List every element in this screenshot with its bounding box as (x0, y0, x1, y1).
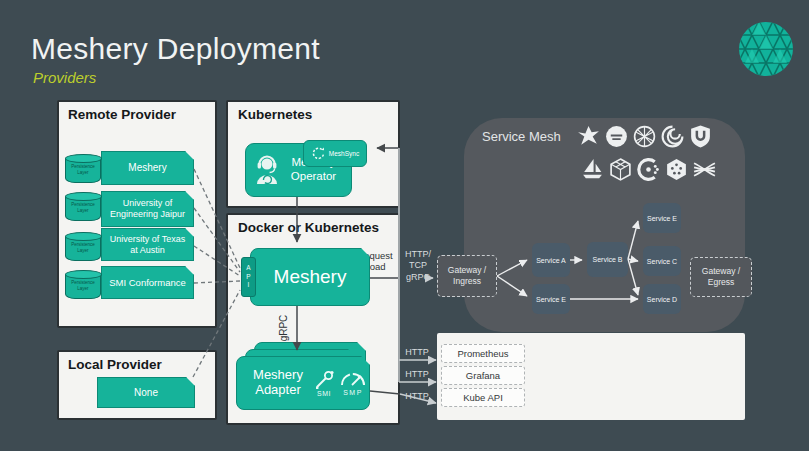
osm-hexagon-icon (664, 157, 689, 182)
http-label-kube-api: HTTP (400, 391, 434, 402)
local-item-none: None (97, 377, 195, 408)
linkerd-disc-icon (604, 124, 629, 149)
octarine-spiral-icon (660, 124, 685, 149)
meshsync-box: MeshSync (303, 140, 367, 167)
local-provider-title: Local Provider (68, 357, 162, 372)
page-subtitle: Providers (33, 69, 96, 86)
grafana-box: Grafana (441, 366, 525, 385)
appmesh-icon (576, 124, 601, 149)
remote-item-meshery: Meshery (101, 151, 194, 185)
persistence-label: Persistence Layer (66, 164, 100, 175)
smp-label: SMP (337, 389, 369, 396)
persistence-db-icon: Persistence Layer (65, 237, 101, 261)
persistence-label: Persistence Layer (66, 202, 100, 213)
http-label-grafana: HTTP (400, 369, 434, 380)
operator-headset-icon (254, 153, 280, 187)
persistence-db-icon: Persistence Layer (65, 197, 101, 221)
persistence-db-icon: Persistence Layer (65, 275, 101, 299)
prometheus-box: Prometheus (441, 344, 525, 363)
service-e-bottom-box: Service E (532, 284, 570, 314)
api-label: API (245, 264, 252, 290)
gateway-egress-box: Gateway / Egress (690, 257, 752, 297)
meshery-api-tab: API (241, 257, 256, 297)
network-service-mesh-icon (632, 124, 657, 149)
service-d-box: Service D (643, 284, 681, 314)
service-mesh-title: Service Mesh (482, 129, 561, 144)
http-label-prometheus: HTTP (400, 347, 434, 358)
meshery-logo (737, 20, 795, 78)
consul-icon (636, 157, 661, 182)
kubernetes-title: Kubernetes (238, 107, 312, 122)
meshery-core-box: Meshery (250, 248, 370, 306)
service-mesh-box (464, 118, 745, 332)
smi-tools-icon: SMI (311, 370, 337, 397)
smp-gauge-icon: SMP (337, 371, 369, 396)
service-a-box: Service A (532, 243, 570, 277)
persistence-db-icon: Persistence Layer (65, 159, 101, 183)
meshsync-cycle-icon (311, 146, 326, 161)
maesh-weave-icon (692, 157, 717, 182)
gateway-ingress-box: Gateway / Ingress (437, 255, 497, 297)
remote-item-smi-conformance: SMI Conformance (101, 266, 194, 299)
persistence-label: Persistence Layer (66, 242, 100, 253)
docker-kubernetes-title: Docker or Kubernetes (238, 220, 379, 235)
meshery-adapter-box: Meshery Adapter SMI SMP (236, 356, 370, 410)
http-tcp-grpc-label: HTTP/ TCP gRPC (400, 249, 436, 283)
meshery-adapter-label: Meshery Adapter (247, 368, 309, 398)
kuma-cube-icon (608, 157, 633, 182)
service-e-top-box: Service E (643, 203, 681, 233)
smi-label: SMI (311, 390, 337, 397)
remote-provider-title: Remote Provider (68, 107, 176, 122)
service-b-box: Service B (587, 242, 628, 277)
page-title: Meshery Deployment (31, 32, 320, 66)
persistence-label: Persistence Layer (66, 280, 100, 291)
grpc-edge-label: gRPC (278, 306, 290, 350)
remote-item-university-texas: University of Texas at Austin (101, 228, 194, 261)
istio-sail-icon (580, 157, 605, 182)
meshsync-label: MeshSync (329, 150, 359, 157)
slide-meshery-deployment: Meshery Deployment Providers Remote Prov… (0, 0, 809, 451)
service-c-box: Service C (643, 246, 681, 276)
citrix-shield-icon (688, 124, 713, 149)
kube-api-box: Kube API (441, 388, 525, 407)
remote-item-university-jaipur: University of Engineering Jaipur (101, 191, 194, 227)
